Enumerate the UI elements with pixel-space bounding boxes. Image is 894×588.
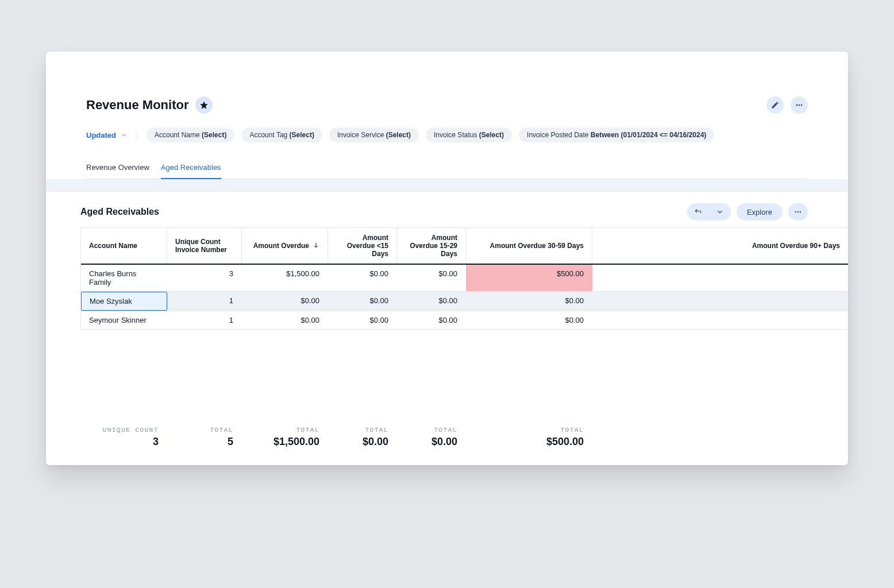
updated-dropdown[interactable]: Updated bbox=[86, 131, 137, 140]
col-overdue-90[interactable]: Amount Overdue 90+ Days bbox=[592, 228, 848, 264]
svg-point-3 bbox=[795, 211, 796, 212]
more-icon bbox=[794, 208, 802, 216]
tab-aged-receivables[interactable]: Aged Receivables bbox=[161, 158, 221, 179]
table-row[interactable]: Charles Burns Family 3 $1,500.00 $0.00 $… bbox=[81, 265, 848, 292]
cell-account-name: Seymour Skinner bbox=[81, 311, 167, 329]
chevron-down-icon bbox=[121, 131, 128, 138]
cell-15-29: $0.00 bbox=[397, 292, 466, 311]
filter-chip-invoice-status[interactable]: Invoice Status (Select) bbox=[426, 127, 512, 142]
svg-point-4 bbox=[797, 211, 799, 212]
cell-90 bbox=[592, 292, 848, 311]
undo-menu-button[interactable] bbox=[709, 203, 731, 220]
svg-point-5 bbox=[800, 211, 801, 212]
cell-overdue: $0.00 bbox=[242, 311, 328, 329]
cell-unique: 3 bbox=[167, 265, 242, 291]
svg-point-0 bbox=[796, 105, 797, 106]
total-count: 5 bbox=[175, 436, 233, 448]
section-title: Aged Receivables bbox=[80, 207, 159, 217]
total-lt15: $0.00 bbox=[336, 436, 388, 448]
cell-15-29: $0.00 bbox=[397, 311, 466, 329]
cell-90 bbox=[592, 311, 848, 329]
col-account-name[interactable]: Account Name bbox=[81, 228, 167, 264]
col-amount-overdue[interactable]: Amount Overdue bbox=[242, 228, 328, 264]
cell-lt15: $0.00 bbox=[328, 292, 397, 311]
cell-unique: 1 bbox=[167, 292, 242, 311]
total-30-59: $500.00 bbox=[473, 436, 584, 448]
undo-button[interactable] bbox=[687, 203, 709, 220]
tabs: Revenue Overview Aged Receivables bbox=[86, 158, 808, 179]
filter-bar: Updated Account Name (Select) Account Ta… bbox=[86, 127, 808, 142]
favorite-button[interactable] bbox=[195, 96, 213, 114]
total-15-29: $0.00 bbox=[404, 436, 457, 448]
totals-row: UNIQUE COUNT 3 TOTAL 5 TOTAL $1,500.00 T… bbox=[46, 416, 848, 465]
cell-15-29: $0.00 bbox=[397, 265, 466, 291]
total-label-unique: UNIQUE COUNT bbox=[88, 427, 159, 434]
page-title: Revenue Monitor bbox=[86, 98, 188, 113]
cell-account-name: Moe Szyslak bbox=[81, 292, 167, 311]
cell-overdue: $0.00 bbox=[242, 292, 328, 311]
explore-button[interactable]: Explore bbox=[737, 203, 783, 220]
panel-header: Revenue Monitor Updated Account Nam bbox=[46, 52, 848, 192]
total-label: TOTAL bbox=[249, 427, 319, 434]
total-label: TOTAL bbox=[404, 427, 457, 434]
filter-chip-account-name[interactable]: Account Name (Select) bbox=[147, 127, 234, 142]
total-unique: 3 bbox=[88, 436, 159, 448]
filter-chip-invoice-service[interactable]: Invoice Service (Select) bbox=[329, 127, 419, 142]
col-overdue-30-59[interactable]: Amount Overdue 30-59 Days bbox=[466, 228, 592, 264]
chevron-down-icon bbox=[716, 208, 724, 216]
cell-30-59: $0.00 bbox=[466, 311, 592, 329]
table-row[interactable]: Seymour Skinner 1 $0.00 $0.00 $0.00 $0.0… bbox=[81, 311, 848, 330]
edit-button[interactable] bbox=[766, 96, 784, 114]
section-more-button[interactable] bbox=[788, 203, 808, 220]
cell-lt15: $0.00 bbox=[328, 265, 397, 291]
report-panel: Revenue Monitor Updated Account Nam bbox=[46, 52, 848, 465]
total-label: TOTAL bbox=[175, 427, 233, 434]
total-label: TOTAL bbox=[336, 427, 388, 434]
svg-point-2 bbox=[801, 105, 802, 106]
cell-30-59: $500.00 bbox=[466, 265, 592, 291]
cell-overdue: $1,500.00 bbox=[242, 265, 328, 291]
updated-label: Updated bbox=[86, 131, 116, 140]
col-unique-count[interactable]: Unique Count Invoice Number bbox=[167, 228, 242, 264]
filter-chip-account-tag[interactable]: Account Tag (Select) bbox=[241, 127, 322, 142]
aged-receivables-table: Account Name Unique Count Invoice Number… bbox=[80, 227, 848, 330]
filter-chip-invoice-posted-date[interactable]: Invoice Posted Date Between (01/01/2024 … bbox=[519, 127, 714, 142]
pencil-icon bbox=[771, 101, 779, 109]
sort-desc-icon bbox=[313, 242, 319, 250]
col-overdue-15-29[interactable]: Amount Overdue 15-29 Days bbox=[397, 228, 466, 264]
cell-lt15: $0.00 bbox=[328, 311, 397, 329]
svg-point-1 bbox=[799, 105, 800, 106]
col-overdue-lt15[interactable]: Amount Overdue <15 Days bbox=[328, 228, 397, 264]
cell-90 bbox=[592, 265, 848, 291]
more-icon bbox=[795, 101, 803, 109]
star-icon bbox=[199, 100, 209, 110]
cell-account-name: Charles Burns Family bbox=[81, 265, 167, 291]
more-actions-button[interactable] bbox=[791, 96, 808, 114]
cell-unique: 1 bbox=[167, 311, 242, 329]
tab-band bbox=[46, 179, 848, 192]
tab-revenue-overview[interactable]: Revenue Overview bbox=[86, 158, 149, 179]
cell-30-59: $0.00 bbox=[466, 292, 592, 311]
table-row[interactable]: Moe Szyslak 1 $0.00 $0.00 $0.00 $0.00 bbox=[81, 292, 848, 311]
total-label: TOTAL bbox=[473, 427, 584, 434]
total-overdue: $1,500.00 bbox=[249, 436, 319, 448]
undo-dropdown[interactable] bbox=[687, 203, 731, 220]
table-header: Account Name Unique Count Invoice Number… bbox=[81, 228, 848, 265]
undo-icon bbox=[694, 208, 702, 216]
